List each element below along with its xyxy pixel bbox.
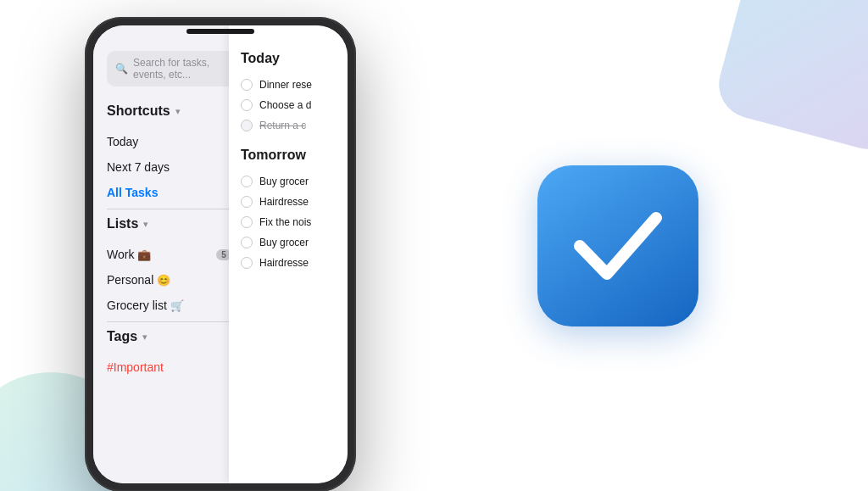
task-label-dinner: Dinner rese bbox=[259, 79, 312, 91]
task-label-hair2: Hairdresse bbox=[259, 257, 309, 269]
phone-notch bbox=[186, 29, 254, 34]
today-section-title: Today bbox=[241, 51, 337, 66]
work-emoji: 💼 bbox=[137, 248, 151, 261]
work-label: Work 💼 bbox=[107, 248, 216, 261]
personal-emoji: 😊 bbox=[157, 274, 170, 287]
today-label: Today bbox=[107, 135, 234, 148]
task-label-fix: Fix the nois bbox=[259, 216, 311, 228]
lists-title: Lists bbox=[107, 216, 138, 232]
shortcuts-chevron-icon: ▾ bbox=[175, 106, 181, 117]
lists-section-header: Lists ▾ + bbox=[107, 216, 249, 232]
task-circle-buy2 bbox=[241, 237, 253, 248]
task-circle-hair2 bbox=[241, 257, 253, 269]
sidebar-item-important-tag[interactable]: #Important 2 bbox=[107, 354, 249, 380]
task-label-return: Return a c bbox=[259, 120, 306, 131]
alltasks-label: All Tasks bbox=[107, 186, 230, 199]
checkmark-icon bbox=[571, 208, 665, 284]
app-icon bbox=[537, 165, 698, 326]
sidebar-item-grocerylist[interactable]: Grocery list 🛒 0 bbox=[107, 293, 249, 318]
phone-mockup: 🔍 Search for tasks, events, etc... Short… bbox=[85, 17, 356, 491]
shortcuts-section-header: Shortcuts ▾ bbox=[107, 103, 249, 119]
search-bar[interactable]: 🔍 Search for tasks, events, etc... bbox=[107, 51, 249, 86]
task-label-buy1: Buy grocer bbox=[259, 176, 309, 187]
personal-label: Personal 😊 bbox=[107, 273, 230, 287]
tags-chevron-icon: ▾ bbox=[142, 332, 147, 343]
task-row-choose[interactable]: Choose a d bbox=[241, 95, 337, 115]
task-label-hair1: Hairdresse bbox=[259, 196, 309, 208]
next7days-label: Next 7 days bbox=[107, 160, 234, 174]
sidebar-item-alltasks[interactable]: All Tasks 26 bbox=[107, 180, 249, 205]
phone-screen: 🔍 Search for tasks, events, etc... Short… bbox=[93, 25, 348, 483]
tags-title: Tags bbox=[107, 329, 137, 344]
grocery-emoji: 🛒 bbox=[170, 299, 184, 312]
phone-frame: 🔍 Search for tasks, events, etc... Short… bbox=[85, 17, 356, 491]
sidebar-item-today[interactable]: Today 5 bbox=[107, 129, 249, 154]
divider-1 bbox=[107, 209, 249, 209]
task-row-hair2[interactable]: Hairdresse bbox=[241, 253, 337, 273]
task-circle-buy1 bbox=[241, 176, 253, 187]
sidebar-item-personal[interactable]: Personal 😊 30 bbox=[107, 267, 249, 293]
task-row-fix[interactable]: Fix the nois bbox=[241, 212, 337, 232]
task-circle-fix bbox=[241, 216, 253, 228]
bg-decoration-top-right bbox=[711, 0, 868, 157]
app-icon-container bbox=[537, 165, 698, 326]
sidebar-item-work[interactable]: Work 💼 5 👤 bbox=[107, 242, 249, 267]
task-circle-dinner bbox=[241, 79, 253, 91]
task-row-hair1[interactable]: Hairdresse bbox=[241, 192, 337, 212]
tomorrow-section-title: Tomorrow bbox=[241, 148, 337, 163]
lists-chevron-icon: ▾ bbox=[143, 219, 148, 230]
task-circle-choose bbox=[241, 99, 253, 111]
task-row-dinner[interactable]: Dinner rese bbox=[241, 75, 337, 95]
sidebar-item-next7days[interactable]: Next 7 days 5 bbox=[107, 154, 249, 180]
task-row-return[interactable]: Return a c bbox=[241, 115, 337, 136]
tags-section-header: Tags ▾ + bbox=[107, 329, 249, 344]
task-circle-return bbox=[241, 120, 253, 131]
right-panel: Today Dinner rese Choose a d Return a c … bbox=[229, 25, 348, 483]
divider-2 bbox=[107, 321, 249, 322]
task-label-buy2: Buy grocer bbox=[259, 237, 309, 248]
shortcuts-title: Shortcuts bbox=[107, 103, 170, 119]
grocerylist-label: Grocery list 🛒 bbox=[107, 299, 234, 312]
task-label-choose: Choose a d bbox=[259, 99, 311, 111]
task-circle-hair1 bbox=[241, 196, 253, 208]
important-tag-label: #Important bbox=[107, 360, 234, 374]
task-row-buy1[interactable]: Buy grocer bbox=[241, 171, 337, 192]
search-placeholder: Search for tasks, events, etc... bbox=[133, 57, 241, 81]
search-icon: 🔍 bbox=[115, 63, 128, 75]
task-row-buy2[interactable]: Buy grocer bbox=[241, 232, 337, 253]
